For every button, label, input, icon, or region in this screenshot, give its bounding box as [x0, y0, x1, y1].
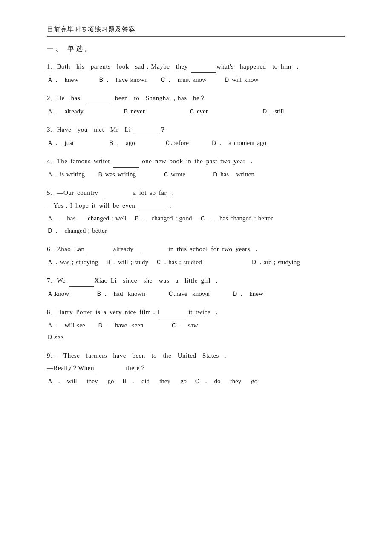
q6-options: Ａ．was；studying Ｂ．will；study Ｃ．has；studie… [47, 256, 345, 269]
q7-text: 7、We Xiao Li since she was a little girl… [47, 274, 345, 287]
q5-text1: 5、—Our country a lot so far ． [47, 186, 345, 199]
q4-text: 4、The famous writer one new book in the … [47, 155, 345, 168]
q3-options: Ａ． just Ｂ． ago Ｃ.before Ｄ． a moment ago [47, 137, 345, 149]
q8-options1: Ａ． will see Ｂ． have seen Ｃ． saw [47, 319, 345, 332]
q1-text: 1、Both his parents look sad．Maybe they w… [47, 60, 345, 73]
q8-text: 8、Harry Potter is a very nice film．I it … [47, 306, 345, 318]
q5-options2: Ｄ． changed；better [47, 225, 345, 237]
q1-blank [191, 60, 216, 73]
section-header: 一、 单选。 [47, 44, 345, 53]
q6-blank1 [88, 243, 113, 255]
q2-text: 2、He has been to Shanghai，has he？ [47, 92, 345, 104]
q6-blank2 [143, 243, 168, 255]
q7-blank [69, 274, 94, 287]
question-9: 9、—These farmers have been to the United… [47, 350, 345, 387]
q5-text2: —Yes．I hope it will be even ． [47, 199, 345, 212]
question-8: 8、Harry Potter is a very nice film．I it … [47, 306, 345, 344]
q4-options: Ａ．is writing Ｂ.was writing Ｃ.wrote Ｄ.has… [47, 168, 345, 181]
q8-options2: Ｄ.see [47, 331, 345, 344]
question-3: 3、Have you met Mr Li ？ Ａ． just Ｂ． ago Ｃ.… [47, 123, 345, 149]
question-7: 7、We Xiao Li since she was a little girl… [47, 274, 345, 300]
question-4: 4、The famous writer one new book in the … [47, 155, 345, 180]
q1-options: Ａ． knew Ｂ． have known Ｃ． must know Ｄ.wil… [47, 74, 345, 86]
page-title: 目前完毕时专项练习题及答案 [47, 26, 345, 34]
q7-options: Ａ.know Ｂ． had known Ｃ.have known Ｄ． knew [47, 288, 345, 300]
q2-options: Ａ． already Ｂ.never Ｃ.ever Ｄ．still [47, 105, 345, 118]
q9-text2: —Really？When there？ [47, 361, 345, 374]
q4-blank [113, 155, 139, 168]
title-divider [47, 36, 345, 37]
q2-blank [86, 92, 112, 104]
question-1: 1、Both his parents look sad．Maybe they w… [47, 60, 345, 86]
q5-blank1 [104, 186, 130, 199]
q6-text: 6、Zhao Lan already in this school for tw… [47, 243, 345, 255]
q8-blank [160, 306, 185, 318]
question-6: 6、Zhao Lan already in this school for tw… [47, 243, 345, 268]
q3-blank [134, 123, 159, 136]
q9-blank [97, 361, 123, 374]
question-5: 5、—Our country a lot so far ． —Yes．I hop… [47, 186, 345, 237]
question-2: 2、He has been to Shanghai，has he？ Ａ． alr… [47, 92, 345, 117]
q5-blank2 [138, 199, 164, 212]
q9-text1: 9、—These farmers have been to the United… [47, 350, 345, 362]
q9-options: Ａ ． will they go Ｂ ． did they go Ｃ ． do … [47, 375, 345, 387]
q5-options1: Ａ ． has changed；well Ｂ． changed；good Ｃ ．… [47, 212, 345, 225]
q3-text: 3、Have you met Mr Li ？ [47, 123, 345, 136]
